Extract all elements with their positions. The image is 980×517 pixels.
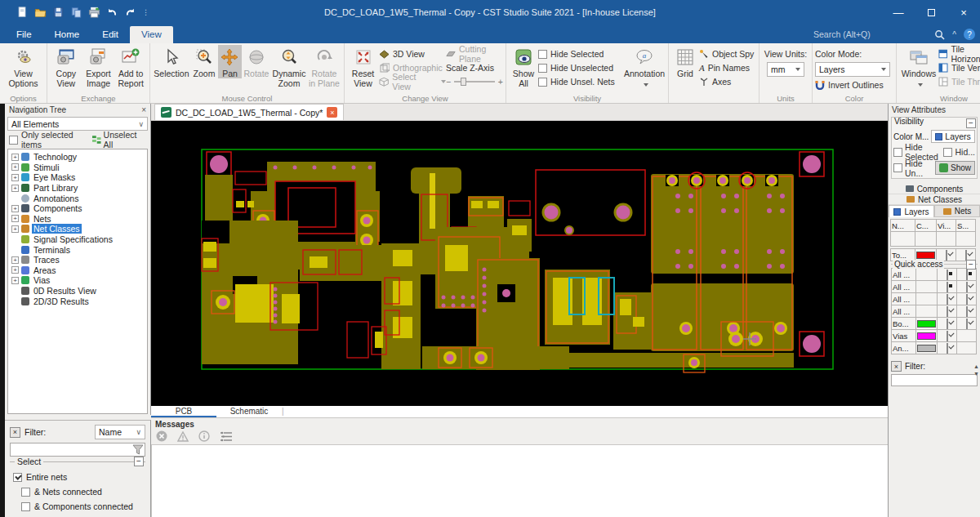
layer-selectable-checkbox[interactable] [957, 281, 977, 293]
tree-item-terminals[interactable]: Terminals [8, 244, 147, 255]
layer-selectable-checkbox[interactable] [957, 318, 977, 330]
search-icon[interactable] [934, 29, 945, 40]
zoom-button[interactable]: Zoom [190, 45, 218, 78]
layer-visible-checkbox[interactable] [938, 293, 957, 305]
open-file-icon[interactable] [34, 7, 47, 18]
filter-mode-select[interactable]: Name∨ [95, 425, 145, 439]
expand-icon[interactable]: + [11, 277, 19, 284]
slider-track[interactable] [454, 81, 495, 82]
collapse-quick-access-button[interactable]: − [966, 260, 976, 270]
save-icon[interactable] [52, 7, 65, 18]
clear-messages-icon[interactable] [156, 430, 167, 442]
tree-item-vias[interactable]: +Vias [8, 275, 147, 286]
tree-item-traces[interactable]: +Traces [8, 255, 147, 265]
filter-messages-icon[interactable] [220, 431, 233, 442]
tree-item-eye-masks[interactable]: +Eye Masks [8, 172, 147, 183]
tree-item-nets[interactable]: +Nets [8, 214, 147, 225]
axes-button[interactable]: Axes [699, 76, 756, 87]
pcb-canvas[interactable] [151, 121, 888, 406]
redo-icon[interactable] [124, 7, 136, 18]
only-selected-items-checkbox[interactable]: Only selected items [9, 134, 92, 145]
minimize-button[interactable]: — [882, 0, 915, 25]
show-all-button[interactable]: Show All [509, 45, 538, 88]
tab-schematic[interactable]: Schematic [216, 406, 282, 417]
layer-name[interactable]: All ... [892, 269, 916, 281]
expand-icon[interactable]: + [11, 205, 19, 212]
tree-item-0d-results-view[interactable]: 0D Results View [8, 286, 147, 296]
info-icon[interactable] [198, 430, 210, 442]
hide-selected-checkbox[interactable]: Hide Selected [538, 48, 623, 60]
reset-view-button[interactable]: Reset View [347, 45, 379, 88]
select-option-entire-nets[interactable]: Entire nets [13, 472, 142, 482]
net-classes-visibility-button[interactable]: Net Classes [889, 194, 980, 205]
clear-filter-icon[interactable]: × [10, 427, 20, 438]
collapse-visibility-button[interactable]: − [966, 118, 976, 128]
layer-color-swatch[interactable] [916, 342, 938, 354]
select-view-button[interactable]: Select View [379, 76, 446, 87]
view-options-button[interactable]: View Options [2, 45, 44, 88]
tab-pcb[interactable]: PCB [151, 406, 216, 417]
layer-name[interactable]: Bo... [892, 318, 916, 330]
tree-item-areas[interactable]: +Areas [8, 265, 147, 276]
document-tab-active[interactable]: DC_DC_LOAD_1W5_Thermal - Copy* × [154, 104, 344, 120]
export-image-button[interactable]: Export Image [82, 45, 115, 88]
tab-nets[interactable]: Nets [934, 205, 980, 217]
hide-unsel-nets-checkbox[interactable]: Hide Unsel. Nets [538, 76, 623, 87]
undo-icon[interactable] [106, 7, 118, 18]
tree-item-2d-3d-results[interactable]: 2D/3D Results [8, 296, 147, 306]
tree-scope-select[interactable]: All Elements∨ [7, 117, 148, 131]
new-file-icon[interactable] [16, 7, 29, 18]
layer-color-swatch[interactable] [916, 293, 938, 305]
3d-view-button[interactable]: 3D View [379, 48, 446, 60]
windows-button[interactable]: Windows [899, 45, 938, 88]
expand-icon[interactable]: + [11, 225, 19, 233]
warnings-icon[interactable] [177, 431, 189, 442]
slider-handle[interactable] [461, 78, 466, 86]
checkbox[interactable] [21, 502, 30, 511]
tile-vertically-button[interactable]: Tile Vertically [938, 62, 980, 74]
tile-horizontally-button[interactable]: Tile Horizontally [938, 48, 980, 60]
scale-z-slider[interactable]: − + [446, 76, 503, 87]
rotate-in-plane-button[interactable]: Rotate in Plane [307, 45, 341, 88]
clear-rp-filter-icon[interactable]: × [891, 361, 902, 372]
invert-outlines-button[interactable]: Invert Outlines [815, 79, 893, 91]
view-units-select[interactable]: mm [767, 62, 804, 77]
layer-visible-checkbox[interactable] [938, 305, 957, 318]
expand-icon[interactable]: + [11, 266, 19, 274]
layer-name[interactable]: An... [892, 342, 916, 354]
hide-selected-checkbox-rp[interactable]: Hide Selected [893, 146, 941, 158]
layer-selectable-checkbox[interactable] [957, 269, 977, 281]
layer-visible-checkbox[interactable] [938, 269, 957, 281]
search-input[interactable]: Search (Alt+Q) [808, 27, 931, 42]
select-option--nets-connected[interactable]: & Nets connected [21, 487, 142, 497]
expand-icon[interactable]: + [11, 215, 19, 222]
layer-color-swatch[interactable] [916, 269, 938, 281]
color-mode-select[interactable]: Layers [931, 130, 975, 143]
show-all-button-rp[interactable]: Show [935, 161, 975, 175]
layer-name[interactable]: All ... [892, 293, 916, 305]
annotation-button[interactable]: a Annotation [623, 45, 666, 88]
expand-icon[interactable]: + [11, 154, 19, 161]
tab-home[interactable]: Home [43, 26, 91, 43]
layer-color-swatch[interactable] [916, 330, 938, 342]
filter-text-input[interactable] [10, 443, 145, 457]
tree-item-stimuli[interactable]: +Stimuli [8, 163, 147, 173]
tree-item-components[interactable]: +Components [8, 203, 147, 214]
tree-item-annotations[interactable]: Annotations [8, 193, 147, 203]
unselect-all-button[interactable]: Unselect All [92, 134, 146, 145]
expand-icon[interactable]: + [11, 174, 19, 181]
print-icon[interactable] [88, 7, 100, 18]
tree-item-technology[interactable]: +Technology [8, 152, 147, 163]
cutting-plane-button[interactable]: Cutting Plane [446, 48, 503, 60]
tab-view[interactable]: View [130, 26, 173, 43]
layer-selectable-checkbox[interactable] [957, 293, 977, 305]
layer-name[interactable]: All ... [892, 281, 916, 293]
layer-selectable-checkbox[interactable] [957, 305, 977, 318]
expand-icon[interactable]: + [11, 185, 19, 192]
document-tab-close-icon[interactable]: × [327, 107, 337, 118]
tab-layers[interactable]: Layers [889, 205, 934, 217]
layer-name[interactable]: Vias [892, 330, 916, 342]
layer-color-swatch[interactable] [916, 281, 938, 293]
collapse-ribbon-icon[interactable]: ^ [952, 30, 956, 39]
tree-item-signal-specifications[interactable]: Signal Specifications [8, 234, 147, 245]
